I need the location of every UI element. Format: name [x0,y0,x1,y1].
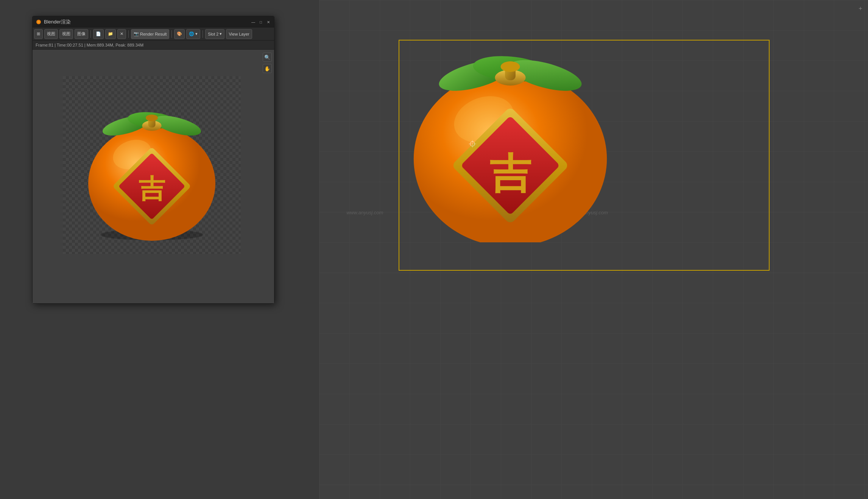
image-menu-button[interactable]: 图像 [75,29,88,39]
separator-2 [128,30,129,38]
separator-4 [203,30,203,38]
view-layer-label: View Layer [229,32,249,36]
slot-label: Slot 2 [208,32,218,36]
camera-icon: 📷 [134,31,139,36]
toolbar: ⊞ 视图 视图 图像 📄 📁 ✕ 📷 Render Result [33,28,274,41]
separator-1 [90,30,91,38]
color-management-button[interactable]: 🌐 ▾ [186,29,200,39]
crosshair-cursor [468,139,477,148]
view-label: 视图 [62,31,70,37]
folder-icon: 📁 [108,31,113,36]
render-result-canvas: www.anyusj.com www.anyusj.com www.anyusj… [63,76,241,254]
view-menu-button[interactable]: 视图 [59,29,73,39]
close-button[interactable]: ✕ [266,19,271,25]
status-bar: Frame:81 | Time:00:27.51 | Mem:889.34M, … [33,41,274,50]
canvas-area[interactable]: 🔍 ✋ www.anyusj.com www.anyusj.com www.an… [33,50,274,303]
slot-dropdown[interactable]: Slot 2 ▾ [205,29,224,39]
zoom-button[interactable]: 🔍 [263,53,272,62]
title-bar[interactable]: Blender渲染 — □ ✕ [33,16,274,28]
file-icon: 📄 [96,31,101,36]
file-icon-button[interactable]: 📄 [93,29,104,39]
dropdown-arrow: ▾ [195,31,198,36]
window-title: Blender渲染 [44,19,71,25]
svg-text:吉: 吉 [489,151,531,197]
separator-3 [171,30,172,38]
svg-point-7 [500,61,520,72]
view-mode-button[interactable]: ⊞ [34,29,43,39]
viewport-3d[interactable]: ＋ www.anyusj.com www.anyusj.com www.anyu… [319,0,868,499]
edit-menu-button[interactable]: 视图 [44,29,58,39]
watermark-text-r1: www.anyusj.com [347,210,383,215]
render-result-button[interactable]: 📷 Render Result [131,29,169,39]
view-mode-icon: ⊞ [37,31,40,36]
image-label: 图像 [77,31,86,37]
persimmon-right: 吉 [385,23,635,242]
viewport-plus-icon[interactable]: ＋ [857,5,863,12]
display-icon: 🎨 [177,31,182,36]
view-layer-button[interactable]: View Layer [226,29,252,39]
svg-point-24 [146,114,158,121]
side-toolbar: 🔍 ✋ [263,53,272,73]
minimize-button[interactable]: — [251,19,256,25]
display-mode-button[interactable]: 🎨 [174,29,185,39]
maximize-button[interactable]: □ [258,19,263,25]
edit-label: 视图 [47,31,55,37]
svg-text:吉: 吉 [139,174,165,204]
color-icon: 🌐 [189,31,194,36]
blender-window: Blender渲染 — □ ✕ ⊞ 视图 视图 图像 📄 📁 ✕ [32,16,274,304]
status-text: Frame:81 | Time:00:27.51 | Mem:889.34M, … [36,43,143,47]
window-controls[interactable]: — □ ✕ [251,19,271,25]
svg-point-15 [37,21,40,23]
folder-icon-button[interactable]: 📁 [105,29,116,39]
x-icon-button[interactable]: ✕ [117,29,126,39]
render-result-label: Render Result [140,32,167,36]
blender-icon [36,19,42,25]
x-icon: ✕ [120,31,123,36]
persimmon-left-container: 吉 [63,76,241,254]
slot-arrow: ▾ [220,31,222,36]
pan-button[interactable]: ✋ [263,64,272,73]
